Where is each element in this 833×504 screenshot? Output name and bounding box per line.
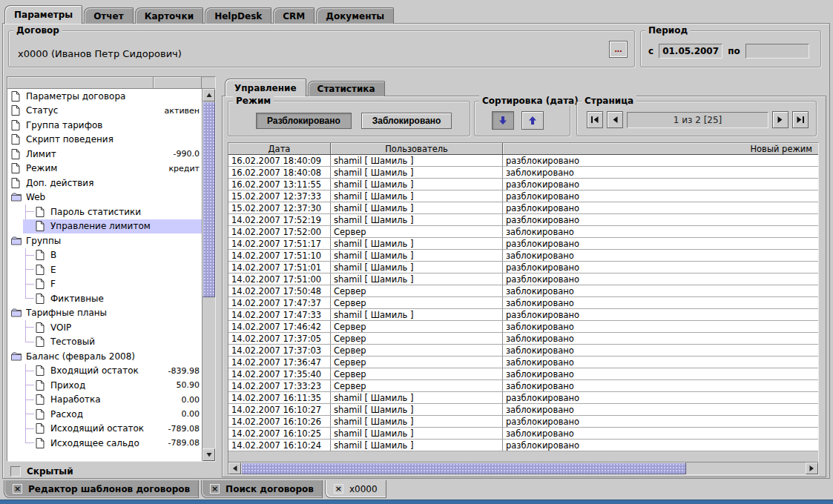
column-header-user[interactable]: Пользователь [331,143,503,154]
tree-item[interactable]: Группа тарифов [7,118,202,133]
table-row[interactable]: 14.02.2007 16:10:26 shamil [ Шамиль ] ра… [228,416,818,428]
table-row[interactable]: 14.02.2007 17:50:48 Сервер заблокировано [228,285,818,297]
period-from-field[interactable]: 01.05.2007 [659,44,722,59]
tree-item[interactable]: Лимит -990.0 [7,147,202,162]
table-scrollbar-track[interactable] [686,462,806,474]
close-icon[interactable]: × [334,484,343,494]
table-row[interactable]: 16.02.2007 18:40:08 shamil [ Шамиль ] за… [228,167,818,179]
table-row[interactable]: 14.02.2007 17:52:19 shamil [ Шамиль ] ра… [228,214,818,226]
table-row[interactable]: 14.02.2007 16:11:35 shamil [ Шамиль ] ра… [228,392,818,404]
table-row[interactable]: 14.02.2007 17:47:33 shamil [ Шамиль ] ра… [228,309,818,321]
table-row[interactable]: 14.02.2007 17:51:00 shamil [ Шамиль ] ра… [228,273,818,285]
previous-page-button[interactable] [607,111,623,128]
table-row[interactable]: 14.02.2007 16:10:24 shamil [ Шамиль ] ра… [228,440,818,451]
tree-item[interactable]: Приход 50.90 [7,378,202,393]
window-bottom-strip [0,500,833,504]
document-icon [11,90,22,102]
table-row[interactable]: 16.02.2007 18:40:09 shamil [ Шамиль ] ра… [228,155,818,167]
tree-item[interactable]: Управление лимитом [7,219,202,234]
cell-date: 14.02.2007 17:51:10 [228,250,331,261]
tree-vertical-scrollbar[interactable] [202,89,215,461]
top-tab[interactable]: Карточки [135,7,204,24]
tree-scrollbar-track[interactable] [203,297,215,448]
top-tab[interactable]: CRM [273,7,315,24]
lock-button[interactable]: Заблокировано [361,113,452,129]
next-page-button[interactable] [772,111,788,128]
table-row[interactable]: 14.02.2007 17:47:37 Сервер заблокировано [228,297,818,309]
inner-tab[interactable]: Статистика [308,81,385,96]
table-horizontal-scrollbar[interactable] [228,462,818,474]
tree-item[interactable]: F [7,277,202,292]
tree-item-value: -789.08 [168,424,202,434]
table-row[interactable]: 15.02.2007 12:37:30 shamil [ Шамиль ] ра… [228,202,818,214]
table-row[interactable]: 14.02.2007 17:37:03 Сервер заблокировано [228,345,818,357]
top-tab[interactable]: Отчет [84,7,134,24]
hidden-checkbox[interactable] [10,466,21,477]
document-tab[interactable]: × x0000 [325,480,386,498]
tree-item[interactable]: Пароль статистики [7,205,202,219]
tree-scrollbar-thumb[interactable] [203,102,215,297]
first-page-button[interactable] [587,111,603,128]
tree-item[interactable]: Фиктивные [7,291,202,306]
table-row[interactable]: 14.02.2007 17:51:01 shamil [ Шамиль ] ра… [228,262,818,273]
tree-item[interactable]: Web [7,190,202,205]
scroll-up-icon[interactable] [203,89,215,102]
table-row[interactable]: 14.02.2007 17:36:47 Сервер заблокировано [228,357,818,368]
tree-item[interactable]: Входящий остаток -839.98 [7,364,202,379]
table-row[interactable]: 14.02.2007 17:51:17 shamil [ Шамиль ] ра… [228,238,818,250]
last-page-button[interactable] [792,111,809,128]
tree-item-label: Управление лимитом [50,221,151,231]
document-tab[interactable]: × Поиск договоров [201,480,323,498]
folder-icon [11,351,22,362]
table-row[interactable]: 14.02.2007 17:37:05 Сервер заблокировано [228,333,818,345]
tree-item[interactable]: Режим кредит [7,162,202,176]
management-pane: Режим Разблокировано Заблокировано Сорти… [222,96,826,477]
table-row[interactable]: 14.02.2007 17:35:40 Сервер заблокировано [228,368,818,380]
tree-item[interactable]: Баланс (февраль 2008) [7,349,202,364]
scroll-left-icon[interactable] [228,462,241,474]
table-row[interactable]: 14.02.2007 17:52:00 Сервер заблокировано [228,226,818,238]
column-header-date[interactable]: Дата [228,143,331,154]
cell-date: 14.02.2007 16:10:25 [228,428,331,439]
scroll-right-icon[interactable] [806,462,818,474]
column-header-mode[interactable]: Новый режим [503,143,818,154]
document-tab[interactable]: × Редактор шаблонов договоров [4,480,199,498]
table-row[interactable]: 16.02.2007 13:11:55 shamil [ Шамиль ] ра… [228,179,818,190]
table-row[interactable]: 15.02.2007 12:37:33 shamil [ Шамиль ] ра… [228,190,818,202]
period-to-field[interactable] [745,44,809,59]
unlock-button[interactable]: Разблокировано [256,113,352,129]
top-tab[interactable]: Параметры [4,5,82,24]
tree-item[interactable]: Доп. действия [7,176,202,190]
tree-connector-line [25,277,34,292]
cell-date: 14.02.2007 16:10:24 [228,440,331,451]
table-row[interactable]: 14.02.2007 16:10:25 shamil [ Шамиль ] за… [228,428,818,440]
tree-item[interactable]: Группы [7,233,202,248]
tree-item[interactable]: B [7,248,202,263]
scroll-down-icon[interactable] [203,448,215,461]
tree-item[interactable]: Тестовый [7,335,202,350]
tree-item[interactable]: Исходящее сальдо -789.08 [7,436,202,451]
cell-mode: заблокировано [503,404,818,415]
table-row[interactable]: 14.02.2007 16:10:27 shamil [ Шамиль ] за… [228,404,818,416]
tree-item[interactable]: E [7,262,202,277]
tree-item[interactable]: Тарифные планы [7,306,202,321]
contract-browse-button[interactable]: ... [609,41,628,58]
close-icon[interactable]: × [210,484,220,494]
tree-item[interactable]: Наработка 0.00 [7,393,202,408]
table-scrollbar-thumb[interactable] [241,462,686,474]
tree-item[interactable]: VOIP [7,320,202,335]
tree-item[interactable]: Статус активен [7,104,202,119]
table-row[interactable]: 14.02.2007 17:51:10 shamil [ Шамиль ] за… [228,250,818,262]
table-row[interactable]: 14.02.2007 17:33:23 Сервер заблокировано [228,380,818,392]
tree-item[interactable]: Параметры договора [7,89,202,104]
inner-tab[interactable]: Управление [225,79,306,96]
tree-item[interactable]: Расход 0.00 [7,407,202,422]
sort-ascending-button[interactable] [521,111,544,130]
top-tab[interactable]: Документы [316,7,394,24]
tree-item[interactable]: Исходящий остаток -789.08 [7,422,202,437]
table-row[interactable]: 14.02.2007 17:46:42 Сервер заблокировано [228,321,818,333]
top-tab[interactable]: HelpDesk [205,7,271,24]
sort-descending-button[interactable] [492,111,514,130]
tree-item[interactable]: Скрипт поведения [7,133,202,147]
close-icon[interactable]: × [13,484,22,494]
